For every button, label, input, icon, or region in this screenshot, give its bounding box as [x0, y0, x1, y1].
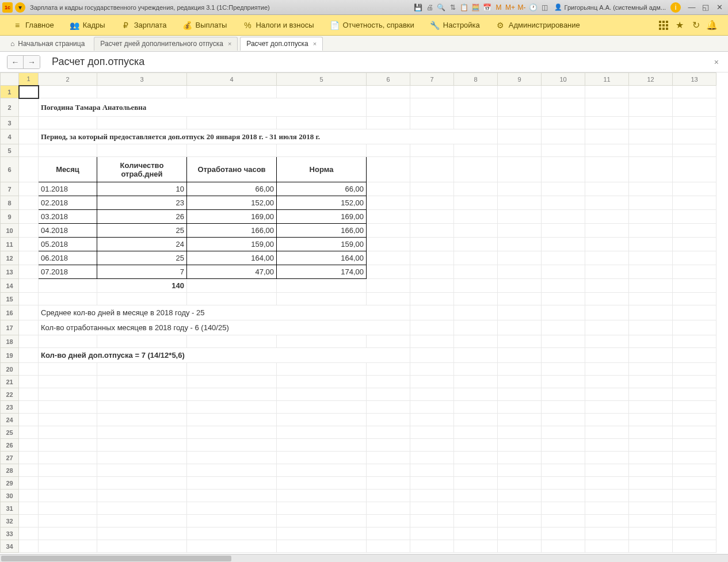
horizontal-scrollbar[interactable]: [0, 554, 728, 562]
col-header[interactable]: 1: [19, 73, 39, 86]
grid-corner[interactable]: [1, 73, 19, 86]
row-header[interactable]: 9: [1, 210, 19, 224]
row-header[interactable]: 28: [1, 464, 19, 477]
compare-icon[interactable]: ⇅: [448, 3, 458, 12]
row-header[interactable]: 31: [1, 502, 19, 515]
preview-icon[interactable]: 🔍: [437, 3, 446, 12]
m-plus-icon[interactable]: M+: [506, 3, 515, 12]
m-minus-icon[interactable]: M-: [517, 3, 527, 12]
row-header[interactable]: 23: [1, 401, 19, 414]
close-window-button[interactable]: ✕: [713, 2, 726, 13]
col-header[interactable]: 2: [39, 73, 97, 86]
calendar-icon[interactable]: 📅: [483, 3, 492, 12]
save-icon[interactable]: 💾: [414, 3, 423, 12]
col-header[interactable]: 6: [367, 73, 410, 86]
row-header[interactable]: 5: [1, 144, 19, 157]
print-icon[interactable]: 🖨: [425, 3, 434, 12]
close-tab-icon[interactable]: ×: [313, 40, 317, 47]
m-icon[interactable]: M: [494, 3, 504, 12]
row-header[interactable]: 29: [1, 477, 19, 490]
spreadsheet-area[interactable]: 1 2 3 4 5 6 7 8 9 10 11 12 13 1 2Погодин…: [0, 72, 728, 554]
row-header[interactable]: 4: [1, 129, 19, 144]
tabs-bar: ⌂Начальная страница Расчет дней дополнит…: [0, 36, 728, 52]
close-tab-icon[interactable]: ×: [228, 40, 231, 47]
row-header[interactable]: 16: [1, 305, 19, 320]
scrollbar-thumb[interactable]: [1, 556, 231, 561]
col-header[interactable]: 11: [585, 73, 629, 86]
close-page-button[interactable]: ×: [712, 55, 721, 69]
col-header[interactable]: 10: [542, 73, 585, 86]
nav-main[interactable]: ≡Главное: [5, 15, 62, 35]
nav-zarplata[interactable]: ₽Зарплата: [113, 15, 175, 35]
nav-nalogi[interactable]: %Налоги и взносы: [235, 15, 322, 35]
row-header[interactable]: 15: [1, 293, 19, 305]
row-header[interactable]: 33: [1, 527, 19, 540]
row-header[interactable]: 18: [1, 335, 19, 348]
column-header-row: 1 2 3 4 5 6 7 8 9 10 11 12 13: [1, 73, 716, 86]
col-header[interactable]: 7: [410, 73, 454, 86]
cell[interactable]: [19, 86, 39, 98]
cell-norm: 66,00: [277, 182, 367, 196]
home-icon: ⌂: [10, 40, 14, 48]
col-header[interactable]: 13: [673, 73, 716, 86]
current-user[interactable]: 👤Григорьянц А.А. (системный адм...: [554, 3, 666, 11]
nav-kadry[interactable]: 👥Кадры: [62, 15, 113, 35]
nav-nastroyka[interactable]: 🔧Настройка: [422, 15, 488, 35]
row-header[interactable]: 3: [1, 117, 19, 129]
row-header[interactable]: 21: [1, 376, 19, 388]
row-header[interactable]: 25: [1, 426, 19, 439]
col-header[interactable]: 8: [454, 73, 498, 86]
panel-icon[interactable]: ◫: [540, 3, 550, 12]
row-header[interactable]: 14: [1, 279, 19, 293]
nav-vyplaty[interactable]: 💰Выплаты: [175, 15, 235, 35]
row-header[interactable]: 26: [1, 439, 19, 452]
back-button[interactable]: ←: [7, 56, 24, 68]
row-header[interactable]: 17: [1, 320, 19, 335]
info-icon[interactable]: i: [670, 2, 681, 13]
user-icon: 👤: [554, 3, 562, 11]
clock-icon[interactable]: 🕐: [529, 3, 538, 12]
app-logo-icon: 1c: [2, 2, 13, 13]
row-header[interactable]: 7: [1, 182, 19, 196]
row-header[interactable]: 8: [1, 196, 19, 210]
home-tab[interactable]: ⌂Начальная страница: [3, 37, 92, 51]
bell-icon[interactable]: 🔔: [706, 20, 718, 31]
row-header[interactable]: 30: [1, 490, 19, 502]
copy-icon[interactable]: 📋: [460, 3, 469, 12]
row-header[interactable]: 20: [1, 363, 19, 376]
row-header[interactable]: 19: [1, 348, 19, 363]
apps-icon[interactable]: [658, 20, 669, 31]
tab-raschet-dop[interactable]: Расчет доп.отпуска×: [240, 37, 323, 51]
row-header[interactable]: 1: [1, 86, 19, 98]
row-header[interactable]: 34: [1, 540, 19, 553]
col-header[interactable]: 4: [187, 73, 277, 86]
row-header[interactable]: 22: [1, 388, 19, 401]
history-icon[interactable]: ↻: [690, 20, 702, 31]
forward-button[interactable]: →: [24, 56, 40, 68]
row-header[interactable]: 24: [1, 414, 19, 426]
main-navigation: ≡Главное 👥Кадры ₽Зарплата 💰Выплаты %Нало…: [0, 15, 728, 36]
row-header[interactable]: 13: [1, 265, 19, 279]
row-header[interactable]: 27: [1, 452, 19, 464]
spreadsheet-grid[interactable]: 1 2 3 4 5 6 7 8 9 10 11 12 13 1 2Погодин…: [0, 72, 716, 553]
row-header[interactable]: 11: [1, 238, 19, 251]
row-header[interactable]: 2: [1, 98, 19, 117]
row-header[interactable]: 6: [1, 157, 19, 182]
star-icon[interactable]: ★: [674, 20, 685, 31]
nav-otchetnost[interactable]: 📄Отчетность, справки: [322, 15, 422, 35]
col-header[interactable]: 9: [498, 73, 542, 86]
calc-icon[interactable]: 🧮: [471, 3, 481, 12]
cell-month: 01.2018: [39, 182, 97, 196]
col-header[interactable]: 12: [629, 73, 673, 86]
tab-raschet-dney[interactable]: Расчет дней дополнительного отпуска×: [94, 37, 238, 51]
row-header[interactable]: 12: [1, 251, 19, 265]
nav-admin[interactable]: ⚙Администрирование: [488, 15, 588, 35]
col-header[interactable]: 5: [277, 73, 367, 86]
maximize-button[interactable]: ◱: [699, 2, 712, 13]
app-menu-dropdown[interactable]: ▾: [15, 2, 25, 13]
row-header[interactable]: 32: [1, 515, 19, 527]
minimize-button[interactable]: —: [685, 2, 698, 13]
row-header[interactable]: 10: [1, 224, 19, 238]
employee-name: Погодина Тамара Анатольевна: [39, 98, 367, 117]
col-header[interactable]: 3: [97, 73, 187, 86]
